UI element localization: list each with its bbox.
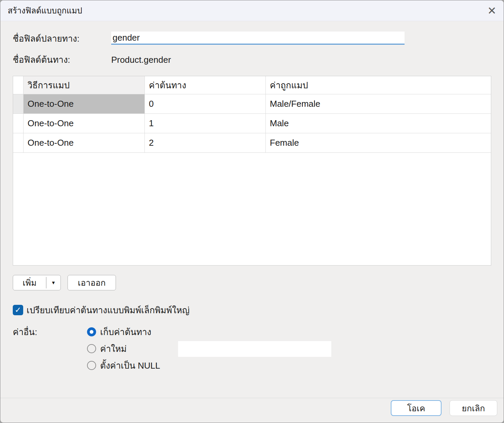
table-header-row: วิธีการแมป ค่าต้นทาง ค่าถูกแมป [13, 76, 491, 94]
row-header-cell[interactable] [13, 114, 24, 133]
dialog-title: สร้างฟิลด์แบบถูกแมป [8, 0, 82, 21]
cell-source[interactable]: 2 [145, 133, 266, 152]
add-split-button[interactable]: เพิ่ม ▼ [13, 275, 61, 290]
cell-mapped[interactable]: Male [266, 114, 491, 133]
other-values-label: ค่าอื่น: [13, 326, 37, 338]
radio-keep-source-value[interactable] [87, 327, 96, 336]
cancel-button-label: ยกเลิก [462, 402, 485, 415]
radio-set-null[interactable] [87, 361, 96, 370]
cell-method[interactable]: One-to-One [24, 133, 145, 152]
cell-method[interactable]: One-to-One [24, 114, 145, 133]
footer-divider [0, 398, 504, 398]
cell-method[interactable]: One-to-One [24, 94, 145, 113]
table-row[interactable]: One-to-One 2 Female [13, 133, 491, 153]
close-icon[interactable]: ✕ [484, 3, 500, 19]
cell-source[interactable]: 1 [145, 114, 266, 133]
remove-button-label: เอาออก [78, 276, 106, 289]
cancel-button[interactable]: ยกเลิก [450, 400, 497, 416]
ok-button[interactable]: โอเค [391, 400, 442, 416]
radio-new-value[interactable] [87, 344, 96, 353]
column-header-method[interactable]: วิธีการแมป [24, 76, 145, 94]
mapping-table: วิธีการแมป ค่าต้นทาง ค่าถูกแมป One-to-On… [13, 76, 491, 266]
radio-new-value-label[interactable]: ค่าใหม่ [100, 343, 127, 355]
dropdown-arrow-icon[interactable]: ▼ [46, 280, 60, 285]
title-bar: สร้างฟิลด์แบบถูกแมป ✕ [0, 0, 504, 21]
radio-set-null-label[interactable]: ตั้งค่าเป็น NULL [100, 360, 160, 372]
cell-mapped[interactable]: Female [266, 133, 491, 152]
row-header-cell[interactable] [13, 133, 24, 152]
ok-button-label: โอเค [407, 402, 425, 415]
cell-source[interactable]: 0 [145, 94, 266, 113]
destination-field-label: ชื่อฟิลด์ปลายทาง: [13, 33, 79, 45]
column-header-mapped[interactable]: ค่าถูกแมป [266, 76, 491, 94]
table-row[interactable]: One-to-One 1 Male [13, 114, 491, 133]
radio-keep-source-value-label[interactable]: เก็บค่าต้นทาง [100, 326, 151, 338]
new-value-input[interactable] [178, 341, 331, 357]
case-sensitive-label[interactable]: เปรียบเทียบค่าต้นทางแบบพิมพ์เล็กพิมพ์ใหญ… [27, 303, 190, 317]
column-header-source[interactable]: ค่าต้นทาง [145, 76, 266, 94]
case-sensitive-checkbox[interactable]: ✓ [13, 305, 23, 315]
add-button-label[interactable]: เพิ่ม [13, 276, 46, 289]
cell-mapped[interactable]: Male/Female [266, 94, 491, 113]
source-field-value: Product.gender [111, 54, 171, 66]
create-mapped-field-dialog: สร้างฟิลด์แบบถูกแมป ✕ ชื่อฟิลด์ปลายทาง: … [0, 0, 504, 423]
destination-field-input[interactable] [111, 32, 405, 45]
source-field-label: ชื่อฟิลด์ต้นทาง: [13, 54, 70, 66]
table-row[interactable]: One-to-One 0 Male/Female [13, 94, 491, 114]
checkmark-icon: ✓ [15, 306, 21, 315]
remove-button[interactable]: เอาออก [68, 275, 116, 290]
row-header-cell[interactable] [13, 94, 24, 113]
row-header-corner [13, 76, 24, 94]
